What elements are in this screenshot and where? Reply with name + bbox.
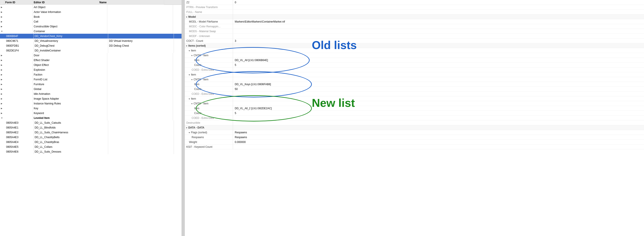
cell-id: 080EFDB1 bbox=[5, 43, 34, 48]
expand-icon[interactable]: ▼ bbox=[1, 117, 3, 119]
tree-row[interactable]: ▶ Instance Naming Rules bbox=[0, 101, 182, 106]
cell-id bbox=[4, 14, 33, 19]
tree-row[interactable]: 0805A4E0 DD_LL_Suits_Catsuits bbox=[0, 120, 182, 125]
expand-icon[interactable]: ▶ bbox=[1, 88, 2, 90]
expand-icon[interactable]: ▶ bbox=[1, 11, 2, 13]
tree-row[interactable]: ▶ Effect Shader bbox=[0, 58, 182, 62]
tree-row[interactable]: ▶ Image Space Adapter bbox=[0, 96, 182, 101]
expand-icon[interactable]: ▶ bbox=[1, 59, 2, 61]
cell-extra bbox=[108, 149, 174, 154]
cell-id bbox=[4, 87, 33, 92]
tree-row[interactable]: ▶ Keyword bbox=[0, 111, 182, 116]
tree-row[interactable]: ▶ Book bbox=[0, 14, 182, 19]
expand-icon[interactable]: ▶ bbox=[1, 16, 2, 18]
expand-icon[interactable]: ▶ bbox=[1, 20, 2, 23]
cell-editor: Constructible Object bbox=[33, 24, 107, 29]
tree-row[interactable]: ▶ Furniture bbox=[0, 82, 182, 87]
prop-key: Count bbox=[185, 62, 233, 68]
tree-row[interactable]: ▶ Door bbox=[0, 53, 182, 58]
prop-key: MODL - Model FileName bbox=[185, 19, 233, 24]
prop-row: Count 5 bbox=[185, 62, 644, 68]
expand-icon[interactable]: ▶ bbox=[1, 78, 2, 80]
cell-id: 0805A4E0 bbox=[5, 120, 34, 125]
tree-row[interactable]: ▶ Actor Value Information bbox=[0, 10, 182, 14]
cell-id bbox=[4, 116, 33, 120]
cell-editor: DD_LL_ChastityBras bbox=[34, 140, 108, 144]
expand-triangle[interactable]: ▼ bbox=[191, 54, 193, 57]
tree-row[interactable]: ▶ FormID List bbox=[0, 77, 182, 82]
tree-row[interactable]: 0805A4E6 DD_LL_Suits_Dresses bbox=[0, 149, 182, 154]
tree-row[interactable]: ▶ Cell bbox=[0, 19, 182, 24]
expand-triangle[interactable]: ▼ bbox=[186, 16, 188, 18]
expand-triangle[interactable]: ▼ bbox=[188, 74, 190, 76]
cell-id: 0805A4E5 bbox=[5, 144, 34, 149]
expand-icon[interactable]: ▶ bbox=[1, 102, 2, 105]
expand-icon[interactable]: ▶ bbox=[1, 69, 2, 71]
prop-row: ▼DATA - DATA bbox=[185, 125, 644, 130]
expand-icon[interactable]: ▶ bbox=[1, 98, 2, 100]
cell-extra: DD Virtual Inventory bbox=[108, 38, 174, 43]
cell-id bbox=[4, 68, 33, 72]
tree-row[interactable]: ▶ Object Effect bbox=[0, 62, 182, 68]
expand-icon[interactable]: ▶ bbox=[1, 6, 2, 8]
prop-value bbox=[233, 92, 644, 96]
prop-row: COED - Extra Data bbox=[185, 116, 644, 120]
right-panel: Z2 0 PTRN - Preview Transform FULL - Nam… bbox=[185, 0, 644, 236]
cell-id bbox=[4, 106, 33, 111]
expand-icon[interactable]: ▶ bbox=[1, 74, 2, 76]
tree-row[interactable]: 0805A4E3 DD_LL_ChastityBelts bbox=[0, 135, 182, 140]
cell-editor: Global bbox=[33, 87, 107, 92]
expand-triangle[interactable]: ▼ bbox=[188, 132, 190, 134]
cell-extra bbox=[107, 53, 173, 58]
tree-row[interactable]: ▶ Art Object bbox=[0, 5, 182, 10]
expand-triangle[interactable]: ▼ bbox=[191, 78, 193, 81]
tree-row[interactable]: ▶ Faction bbox=[0, 72, 182, 77]
expand-triangle[interactable]: ▼ bbox=[186, 127, 188, 129]
tree-row[interactable]: 0806B64F DD_VendorChest_Kimy bbox=[0, 34, 182, 38]
expand-triangle[interactable]: ▼ bbox=[188, 98, 190, 100]
expand-triangle[interactable]: ▼ bbox=[186, 45, 188, 47]
prop-key: Destructible bbox=[185, 120, 233, 125]
tree-row[interactable]: ▶ Explosion bbox=[0, 68, 182, 72]
expand-icon[interactable]: ▶ bbox=[1, 107, 2, 110]
tree-row[interactable]: ▼ Container bbox=[0, 29, 182, 34]
expand-icon[interactable]: ▶ bbox=[1, 26, 2, 28]
cell-editor: Leveled Item bbox=[33, 116, 107, 120]
prop-key: MODF - Unknown bbox=[185, 34, 233, 38]
tree-row[interactable]: 080EFDB1 DD_DebugChest DD Debug Chest bbox=[0, 43, 182, 48]
tree-row[interactable]: ▶ Key bbox=[0, 106, 182, 111]
right-props: Z2 0 PTRN - Preview Transform FULL - Nam… bbox=[185, 0, 644, 149]
tree-row[interactable]: ▼ Leveled Item bbox=[0, 116, 182, 120]
tree-row[interactable]: ▶ Constructible Object bbox=[0, 24, 182, 29]
expand-triangle[interactable]: ▼ bbox=[191, 103, 193, 105]
expand-icon[interactable]: ▶ bbox=[1, 64, 2, 66]
tree-row[interactable]: 0805A4E2 DD_LL_Suits_ChainHarness bbox=[0, 130, 182, 135]
cell-id bbox=[4, 82, 33, 87]
prop-row: Respawns Respawns bbox=[185, 135, 644, 140]
cell-extra bbox=[108, 34, 174, 38]
expand-icon[interactable]: ▼ bbox=[1, 30, 3, 32]
prop-key: Item bbox=[185, 106, 233, 111]
cell-extra: DD Debug Chest bbox=[108, 43, 174, 48]
cell-id: 0805A4E6 bbox=[5, 149, 34, 154]
cell-id: 080C9671 bbox=[5, 38, 34, 43]
cell-extra bbox=[107, 96, 173, 101]
cell-id bbox=[4, 29, 33, 34]
expand-icon[interactable]: ▶ bbox=[1, 54, 2, 56]
expand-icon[interactable]: ▶ bbox=[1, 112, 2, 114]
tree-row[interactable]: 0805A4E5 DD_LL_Collars bbox=[0, 144, 182, 149]
tree-row[interactable]: 080C9671 DD_VirtualInventory DD Virtual … bbox=[0, 38, 182, 43]
tree-row[interactable]: ▶ Global bbox=[0, 87, 182, 92]
prop-value: 0.000000 bbox=[233, 140, 644, 144]
prop-key: Z2 bbox=[185, 0, 233, 5]
tree-row[interactable]: 082DE1F4 DD_InvisibleContainer bbox=[0, 48, 182, 53]
expand-icon[interactable]: ▶ bbox=[1, 93, 2, 95]
cell-id bbox=[4, 19, 33, 24]
prop-row: COCT - Count 3 bbox=[185, 38, 644, 43]
tree-row[interactable]: ▶ Idle Animation bbox=[0, 92, 182, 96]
expand-triangle[interactable]: ▼ bbox=[188, 50, 190, 52]
tree-row[interactable]: 0805A4E1 DD_LL_Blindfolds bbox=[0, 125, 182, 130]
expand-icon[interactable]: ▶ bbox=[1, 83, 2, 86]
tree-row[interactable]: 0805A4E4 DD_LL_ChastityBras bbox=[0, 140, 182, 144]
prop-key: ▼Item bbox=[185, 48, 233, 53]
